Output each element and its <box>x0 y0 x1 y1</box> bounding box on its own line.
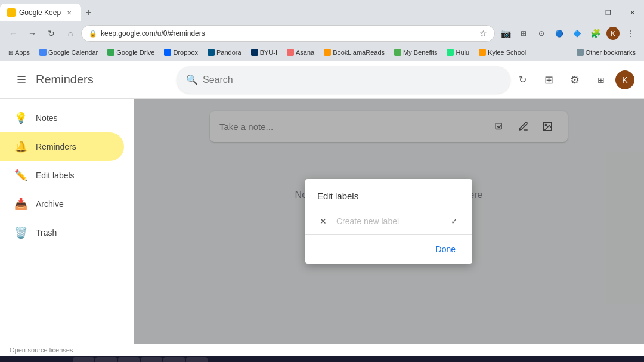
extension2-icon[interactable]: 🔷 <box>569 25 586 42</box>
modal-overlay: Edit labels ✕ ✓ Done <box>134 99 644 344</box>
store-taskbar-button[interactable] <box>163 357 185 362</box>
tab-close-button[interactable]: ✕ <box>64 8 74 17</box>
sidebar-item-label: Reminders <box>36 142 76 151</box>
modal-close-button[interactable]: ✕ <box>315 213 332 230</box>
create-label-input[interactable] <box>336 216 441 226</box>
grid-view-button[interactable]: ⊞ <box>537 68 561 92</box>
tab-favicon <box>7 8 16 17</box>
bookmark-mybenefits[interactable]: My Benefits <box>391 48 441 57</box>
bookmark-hulu[interactable]: Hulu <box>443 48 473 57</box>
reload-button[interactable]: ↻ <box>43 25 60 42</box>
maximize-button[interactable]: ❐ <box>596 4 620 21</box>
sidebar-item-edit-labels[interactable]: ✏️ Edit labels <box>0 161 124 190</box>
bookmark-label: Asana <box>296 49 314 56</box>
bookmark-dropbox[interactable]: Dropbox <box>160 48 202 57</box>
other-bookmarks-label: Other bookmarks <box>586 49 636 56</box>
window-controls: − ❐ ✕ <box>572 4 644 21</box>
start-button[interactable] <box>2 357 26 362</box>
file-explorer-taskbar-button[interactable] <box>73 357 94 362</box>
hulu-favicon <box>447 49 454 56</box>
bookmark-bookllamareads[interactable]: BookLlamaReads <box>320 48 388 57</box>
home-button[interactable]: ⌂ <box>62 25 79 42</box>
taskbar: e ⌃ 📶 🔊 🔋 11:22 AM 10/7/2020 💬 <box>0 356 644 362</box>
photos-taskbar-button[interactable] <box>186 357 208 362</box>
app-container: ☰ Reminders 🔍 ↻ ⊞ ⚙ ⊞ K 💡 Notes 🔔 Remind… <box>0 61 644 356</box>
license-link[interactable]: Open-source licenses <box>10 346 73 354</box>
taskbar-speaker-icon[interactable]: 🔊 <box>546 357 562 362</box>
sidebar: 💡 Notes 🔔 Reminders ✏️ Edit labels 📥 Arc… <box>0 99 134 344</box>
user-avatar-browser[interactable]: K <box>605 25 621 42</box>
profile-circle-icon[interactable]: ⊙ <box>533 25 550 42</box>
sidebar-item-archive[interactable]: 📥 Archive <box>0 190 124 218</box>
bookmark-google-drive[interactable]: Google Drive <box>104 48 158 57</box>
close-button[interactable]: ✕ <box>620 4 644 21</box>
archive-icon: 📥 <box>14 197 26 211</box>
task-view-button[interactable] <box>50 357 72 362</box>
google-apps-button[interactable]: ⊞ <box>589 68 613 92</box>
user-avatar[interactable]: K <box>615 70 634 89</box>
modal-confirm-button[interactable]: ✓ <box>446 213 463 230</box>
other-bookmarks[interactable]: Other bookmarks <box>573 48 639 57</box>
notification-icon[interactable]: 💬 <box>625 357 642 362</box>
bookmark-label: Pandora <box>216 49 242 56</box>
apps-icon: ⊞ <box>8 49 13 56</box>
pandora-favicon <box>208 49 215 56</box>
app-footer: Open-source licenses <box>0 344 644 356</box>
bookmark-label: Google Calendar <box>48 49 98 56</box>
sidebar-item-reminders[interactable]: 🔔 Reminders <box>0 132 124 161</box>
search-icon: 🔍 <box>186 74 198 85</box>
bell-icon: 🔔 <box>14 140 26 153</box>
back-button[interactable]: ← <box>5 25 21 42</box>
bookmark-label: Google Drive <box>116 49 154 56</box>
new-tab-button[interactable]: + <box>81 5 96 20</box>
bookmark-apps[interactable]: ⊞ Apps <box>5 48 33 57</box>
sidebar-item-label: Notes <box>36 113 58 123</box>
refresh-icon-button[interactable]: ↻ <box>510 68 534 92</box>
search-input[interactable] <box>203 75 501 85</box>
extension1-icon[interactable]: 🔵 <box>551 25 568 42</box>
google-apps-icon[interactable]: ⊞ <box>515 25 532 42</box>
search-bar[interactable]: 🔍 <box>177 66 510 94</box>
address-bar-row: ← → ↻ ⌂ 🔒 keep.google.com/u/0/#reminders… <box>0 21 644 45</box>
header-right: ↻ ⊞ ⚙ ⊞ K <box>510 68 634 92</box>
main-layout: 💡 Notes 🔔 Reminders ✏️ Edit labels 📥 Arc… <box>0 99 644 344</box>
edge-taskbar-button[interactable]: e <box>141 357 162 362</box>
byu-favicon <box>251 49 258 56</box>
sidebar-item-trash[interactable]: 🗑️ Trash <box>0 218 124 247</box>
windows-mail-taskbar-button[interactable] <box>118 357 140 362</box>
bookllamareads-favicon <box>324 49 331 56</box>
address-bar[interactable]: 🔒 keep.google.com/u/0/#reminders ☆ <box>81 25 495 42</box>
minimize-button[interactable]: − <box>572 4 596 21</box>
menu-button[interactable]: ⋮ <box>623 25 639 42</box>
browser-tab[interactable]: Google Keep ✕ <box>0 4 81 21</box>
google-calendar-favicon <box>39 49 47 56</box>
lightbulb-icon: 💡 <box>14 112 26 125</box>
chrome-taskbar-button[interactable] <box>95 357 117 362</box>
google-drive-favicon <box>107 49 114 56</box>
edit-labels-modal: Edit labels ✕ ✓ Done <box>305 179 472 264</box>
taskbar-network-icon[interactable]: 📶 <box>527 357 543 362</box>
extension3-icon[interactable]: 🧩 <box>587 25 603 42</box>
screencapture-icon[interactable]: 📷 <box>497 25 514 42</box>
forward-button[interactable]: → <box>24 25 41 42</box>
bookmark-label: Apps <box>15 49 30 56</box>
sidebar-item-notes[interactable]: 💡 Notes <box>0 104 124 132</box>
taskbar-chevron-icon[interactable]: ⌃ <box>507 357 524 362</box>
bookmark-label: My Benefits <box>403 49 437 56</box>
bookmark-google-calendar[interactable]: Google Calendar <box>36 48 101 57</box>
hamburger-button[interactable]: ☰ <box>10 68 33 92</box>
tab-title: Google Keep <box>19 8 61 17</box>
address-text: keep.google.com/u/0/#reminders <box>101 29 476 38</box>
star-icon[interactable]: ☆ <box>479 29 487 38</box>
taskbar-battery-icon[interactable]: 🔋 <box>565 357 581 362</box>
settings-button[interactable]: ⚙ <box>563 68 587 92</box>
bookmark-asana[interactable]: Asana <box>283 48 318 57</box>
bookmark-pandora[interactable]: Pandora <box>204 48 245 57</box>
lock-icon: 🔒 <box>89 30 97 38</box>
search-taskbar-button[interactable] <box>27 357 49 362</box>
bookmark-label: Kylee School <box>488 49 526 56</box>
modal-done-button[interactable]: Done <box>429 240 463 259</box>
asana-favicon <box>287 49 294 56</box>
bookmark-kylee-school[interactable]: Kylee School <box>475 48 530 57</box>
bookmark-byu[interactable]: BYU-I <box>247 48 281 57</box>
